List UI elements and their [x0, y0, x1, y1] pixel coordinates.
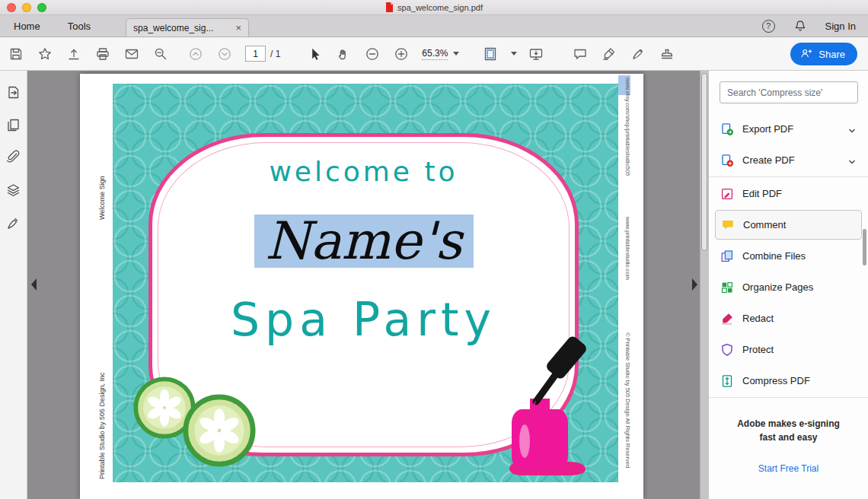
window-controls — [0, 3, 46, 12]
highlighter-icon[interactable] — [601, 46, 617, 62]
nav-signatures-pen-icon[interactable] — [5, 215, 21, 231]
nav-export-panel-icon[interactable] — [5, 84, 21, 100]
presentation-mode-icon[interactable] — [528, 46, 544, 62]
nail-polish-illustration — [483, 327, 597, 481]
cucumber-slice-large — [183, 394, 256, 467]
share-button-label: Share — [819, 49, 845, 60]
hand-tool-icon[interactable] — [335, 46, 352, 62]
window-title: spa_welcome_sign.pdf — [0, 0, 868, 14]
zoom-in-icon[interactable] — [393, 46, 410, 62]
divider — [709, 397, 868, 398]
page-count-label: / 1 — [270, 49, 280, 59]
tool-export-pdf[interactable]: Export PDF — [709, 113, 868, 145]
tool-label: Combine Files — [742, 250, 857, 262]
home-menu[interactable]: Home — [0, 15, 54, 37]
close-window-button[interactable] — [7, 3, 16, 12]
tool-redact[interactable]: Redact — [709, 303, 868, 334]
tool-label: Comment — [743, 219, 856, 230]
tool-label: Create PDF — [742, 154, 839, 166]
sign-pen-icon[interactable] — [630, 46, 646, 62]
tool-label: Compress PDF — [742, 375, 857, 386]
help-icon[interactable]: ? — [762, 20, 775, 33]
print-icon[interactable] — [94, 46, 111, 62]
collapse-left-panel-icon[interactable] — [30, 278, 37, 294]
toolbar: / 1 65.3% — [0, 37, 868, 71]
tools-search-input[interactable] — [720, 81, 858, 103]
margin-label-welcome-sign: Welcome Sign — [98, 176, 106, 220]
chevron-down-icon[interactable] — [847, 156, 857, 165]
teal-pattern-background: welcome to Name's Spa Party — [113, 84, 618, 482]
save-icon[interactable] — [8, 46, 24, 62]
tool-combine-files[interactable]: Combine Files — [709, 240, 868, 272]
page-display-icon[interactable] — [482, 46, 499, 62]
document-scrollbar[interactable] — [700, 71, 708, 499]
welcome-to-text: welcome to — [152, 156, 575, 187]
combine-files-icon — [720, 249, 734, 263]
margin-studio-url: www.printablestudio.com — [624, 217, 631, 280]
email-icon[interactable] — [123, 46, 140, 62]
sign-in-link[interactable]: Sign In — [825, 21, 856, 32]
name-placeholder-text: Name's — [265, 215, 461, 267]
add-person-icon — [799, 47, 813, 61]
margin-etsy-url: www.etsy.com/shop/printablestudio505 — [624, 78, 631, 176]
page-number-input[interactable] — [245, 46, 266, 62]
zoom-out-icon[interactable] — [364, 46, 381, 62]
tool-label: Export PDF — [742, 123, 839, 135]
star-bookmark-icon[interactable] — [37, 46, 53, 62]
divider — [709, 176, 868, 177]
margin-credit-left: Printable Studio by 505 Design, Inc — [98, 372, 106, 479]
nav-page-thumbnails-icon[interactable] — [5, 117, 21, 133]
tools-menu[interactable]: Tools — [54, 15, 104, 37]
minimize-window-button[interactable] — [22, 3, 31, 12]
previous-page-icon[interactable] — [187, 46, 204, 62]
chevron-down-icon[interactable] — [511, 52, 517, 56]
tool-compress-pdf[interactable]: Compress PDF — [709, 365, 868, 396]
zoom-level-dropdown[interactable]: 65.3% — [422, 48, 459, 60]
share-upload-icon[interactable] — [65, 46, 82, 62]
document-tab[interactable]: spa_welcome_sig... × — [126, 18, 249, 37]
name-text-selection[interactable]: Name's — [254, 215, 474, 268]
tool-comment[interactable]: Comment — [715, 210, 862, 240]
tool-label: Organize Pages — [742, 281, 857, 293]
notifications-bell-icon[interactable] — [793, 19, 807, 33]
select-tool-icon[interactable] — [306, 46, 323, 62]
collapse-right-panel-icon[interactable] — [691, 278, 698, 294]
zoom-level-value: 65.3% — [422, 48, 448, 60]
chevron-down-icon[interactable] — [847, 125, 857, 134]
tool-protect[interactable]: Protect — [709, 334, 868, 365]
left-nav-rail — [0, 71, 27, 499]
pdf-page[interactable]: Welcome Sign Printable Studio by 505 Des… — [80, 74, 643, 499]
tool-organize-pages[interactable]: Organize Pages — [709, 272, 868, 303]
window-scrollbar-thumb[interactable] — [863, 229, 866, 265]
pdf-file-icon — [385, 2, 394, 12]
promo-line-1: Adobe makes e-signing — [709, 417, 868, 431]
nav-attachments-paperclip-icon[interactable] — [5, 150, 21, 166]
margin-copyright: © Printable Studio by 505 Design All Rig… — [624, 332, 631, 468]
tools-list: Export PDF Create PDF Edit PDF — [709, 113, 868, 398]
edit-pdf-icon — [720, 187, 734, 201]
tools-search — [720, 81, 858, 103]
document-viewport[interactable]: Welcome Sign Printable Studio by 505 Des… — [27, 71, 708, 499]
document-scrollbar-thumb[interactable] — [701, 73, 707, 251]
compress-pdf-icon — [720, 374, 734, 388]
zoom-window-button[interactable] — [37, 3, 46, 12]
tool-create-pdf[interactable]: Create PDF — [709, 145, 868, 176]
tab-bar: Home Tools spa_welcome_sig... × ? Sign I… — [0, 15, 868, 37]
redact-icon — [720, 312, 734, 326]
search-icon[interactable] — [152, 46, 169, 62]
comment-icon — [721, 218, 735, 232]
protect-shield-icon — [720, 343, 734, 357]
stamp-tool-icon[interactable] — [659, 46, 675, 62]
promo-line-2: fast and easy — [709, 431, 868, 444]
start-free-trial-link[interactable]: Start Free Trial — [709, 463, 868, 474]
tool-label: Protect — [742, 344, 857, 355]
share-button[interactable]: Share — [790, 43, 857, 65]
tool-edit-pdf[interactable]: Edit PDF — [709, 178, 868, 209]
nav-layers-icon[interactable] — [5, 183, 21, 199]
next-page-icon[interactable] — [216, 46, 233, 62]
tool-label: Redact — [742, 313, 857, 324]
export-pdf-icon — [720, 122, 734, 136]
comment-tool-icon[interactable] — [572, 46, 589, 62]
chevron-down-icon — [453, 52, 459, 56]
close-tab-icon[interactable]: × — [235, 23, 241, 33]
